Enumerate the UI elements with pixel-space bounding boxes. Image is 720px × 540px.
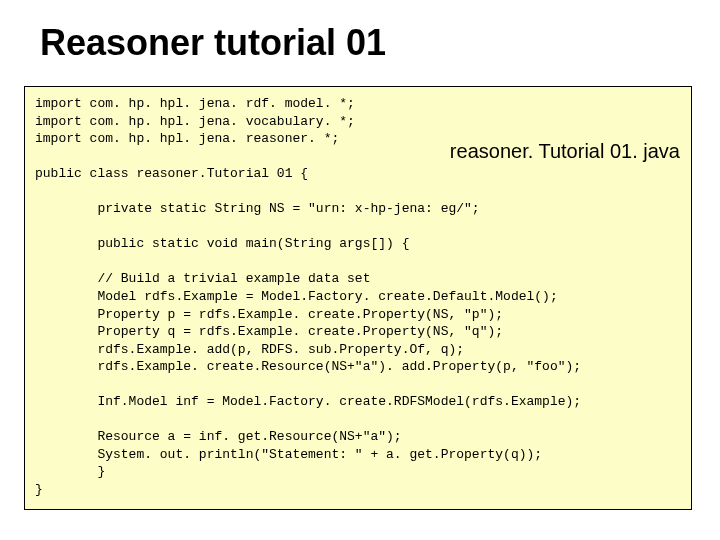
slide-title: Reasoner tutorial 01 xyxy=(40,22,386,64)
filename-label: reasoner. Tutorial 01. java xyxy=(450,140,680,163)
slide: Reasoner tutorial 01 import com. hp. hpl… xyxy=(0,0,720,540)
